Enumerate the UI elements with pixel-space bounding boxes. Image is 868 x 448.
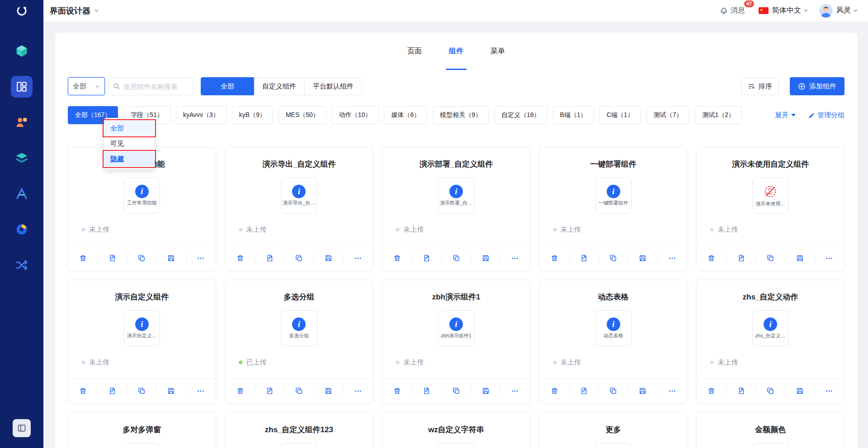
copy-button[interactable] [441,379,471,403]
save-button[interactable] [785,246,815,270]
edit-doc-button[interactable] [255,246,284,270]
dropdown-option-全部[interactable]: 全部 [104,121,155,136]
copy-button[interactable] [284,379,314,403]
component-icon-box[interactable]: i [752,443,788,448]
edit-doc-button[interactable] [726,379,756,403]
more-button[interactable] [186,379,216,403]
save-button[interactable] [156,246,186,270]
dropdown-option-隐藏[interactable]: 隐藏 [104,151,155,167]
sidebar-item-layout[interactable] [11,76,33,98]
tab-组件[interactable]: 组件 [449,46,463,65]
sidebar-item-pie-chart[interactable] [11,219,33,240]
more-button[interactable] [186,246,216,270]
delete-button[interactable] [68,246,98,270]
save-button[interactable] [785,379,815,403]
edit-doc-button[interactable] [412,246,441,270]
delete-button[interactable] [540,379,569,403]
category-chip[interactable]: 模型相关（9） [433,106,489,124]
edit-doc-button[interactable] [98,246,127,270]
edit-doc-button[interactable] [569,246,599,270]
add-component-button[interactable]: 添加组件 [790,77,844,95]
category-chip[interactable]: kyB（9） [232,106,273,124]
more-button[interactable] [500,246,530,270]
tab-菜单[interactable]: 菜单 [491,46,505,65]
save-button[interactable] [156,379,186,403]
save-button[interactable] [314,379,343,403]
component-icon-box[interactable]: i动态表格 [595,310,632,346]
delete-button[interactable] [697,246,726,270]
save-button[interactable] [628,246,657,270]
delete-button[interactable] [68,379,98,403]
sidebar-item-layers[interactable] [11,147,33,169]
component-icon-box[interactable]: i [124,443,160,448]
delete-button[interactable] [226,379,255,403]
copy-button[interactable] [441,246,471,270]
delete-button[interactable] [540,246,569,270]
component-icon-box[interactable]: i [281,443,317,448]
save-button[interactable] [471,246,500,270]
more-button[interactable] [343,379,373,403]
category-chip[interactable]: MES（50） [278,106,326,124]
component-icon-box[interactable]: izhs_自定义… [752,310,788,346]
category-chip[interactable]: 自定义（18） [494,106,547,124]
delete-button[interactable] [697,379,726,403]
sidebar-item-a-logo[interactable] [11,183,33,205]
manage-groups-link[interactable]: 管理分组 [808,111,844,120]
copy-button[interactable] [127,379,156,403]
category-chip[interactable]: 媒体（6） [384,106,427,124]
save-button[interactable] [628,379,657,403]
delete-button[interactable] [382,246,412,270]
dropdown-option-可见[interactable]: 可见 [104,136,155,151]
copy-button[interactable] [599,246,628,270]
save-button[interactable] [471,379,500,403]
category-chip[interactable]: 测试1（2） [695,106,742,124]
expand-categories-link[interactable]: 展开 [775,111,796,120]
search-input[interactable] [108,77,193,95]
more-button[interactable] [657,246,687,270]
component-icon-box[interactable]: i一键部署组件 [595,177,632,214]
edit-doc-button[interactable] [412,379,441,403]
app-logo[interactable] [0,0,43,22]
sidebar-item-assistant[interactable] [11,112,33,133]
more-button[interactable] [500,379,530,403]
more-button[interactable] [815,379,844,403]
tab-页面[interactable]: 页面 [407,46,422,65]
edit-doc-button[interactable] [98,379,127,403]
sidebar-item-shuffle[interactable] [11,254,33,276]
save-button[interactable] [314,246,343,270]
category-chip[interactable]: kyAvvv（3） [176,106,226,124]
component-icon-box[interactable]: i演示自定义… [124,310,160,346]
more-button[interactable] [343,246,373,270]
category-chip[interactable]: 测试（7） [646,106,690,124]
copy-button[interactable] [756,379,785,403]
app-title-switcher[interactable]: 界面设计器 [50,5,99,16]
component-icon-box[interactable]: i [438,443,474,448]
more-button[interactable] [657,379,687,403]
edit-doc-button[interactable] [569,379,599,403]
category-chip[interactable]: B端（1） [553,106,594,124]
copy-button[interactable] [599,379,628,403]
component-icon-box[interactable]: i多选分组 [281,310,317,346]
type-button-自定义组件[interactable]: 自定义组件 [254,77,305,95]
messages-link[interactable]: 消息 47 [731,6,745,15]
component-icon-box[interactable]: i工作常用功能 [124,177,160,214]
copy-button[interactable] [284,246,314,270]
component-icon-box[interactable]: izbh演示组件1 [438,310,474,346]
bell-icon[interactable] [720,7,728,15]
type-button-平台默认组件[interactable]: 平台默认组件 [304,77,362,95]
more-button[interactable] [815,246,844,270]
delete-button[interactable] [382,379,412,403]
edit-doc-button[interactable] [255,379,284,403]
sort-button[interactable]: 排序 [741,77,779,95]
component-icon-box[interactable]: 演示未使用… [752,177,788,214]
language-selector[interactable]: 简体中文 [772,6,801,15]
component-icon-box[interactable]: i演示部署_自… [438,177,474,214]
type-button-全部[interactable]: 全部 [201,77,254,95]
edit-doc-button[interactable] [726,246,756,270]
component-icon-box[interactable]: i [595,443,632,448]
collapse-sidebar-button[interactable] [13,419,31,437]
visibility-select[interactable]: 全部 [68,77,105,95]
component-icon-box[interactable]: i演示导出_自… [281,177,317,214]
category-chip[interactable]: C端（1） [599,106,641,124]
sidebar-item-cube[interactable] [11,40,33,62]
